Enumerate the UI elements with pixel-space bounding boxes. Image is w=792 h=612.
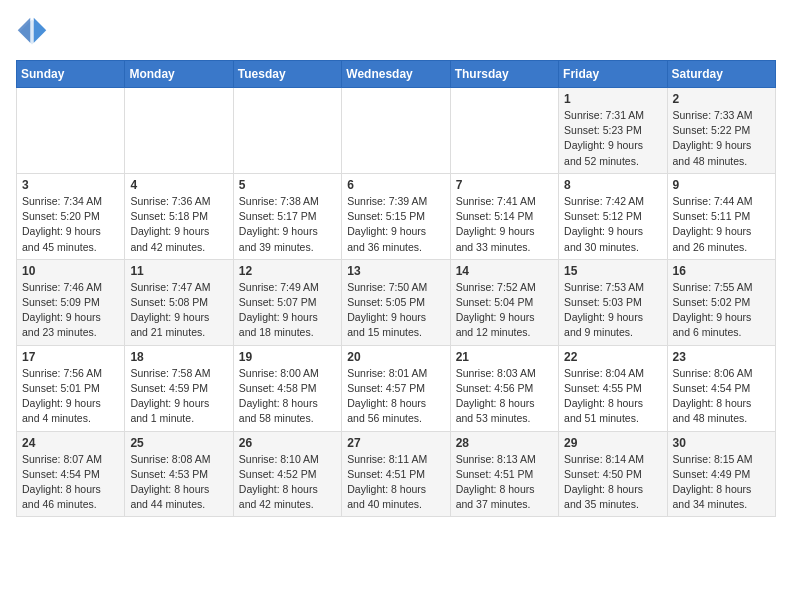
- calendar-day-cell: 27Sunrise: 8:11 AMSunset: 4:51 PMDayligh…: [342, 431, 450, 517]
- day-info: Sunrise: 7:33 AMSunset: 5:22 PMDaylight:…: [673, 108, 770, 169]
- empty-day-cell: [17, 88, 125, 174]
- day-info: Sunrise: 7:31 AMSunset: 5:23 PMDaylight:…: [564, 108, 661, 169]
- empty-day-cell: [233, 88, 341, 174]
- calendar-day-cell: 12Sunrise: 7:49 AMSunset: 5:07 PMDayligh…: [233, 259, 341, 345]
- calendar-day-cell: 30Sunrise: 8:15 AMSunset: 4:49 PMDayligh…: [667, 431, 775, 517]
- day-number: 5: [239, 178, 336, 192]
- day-info: Sunrise: 7:36 AMSunset: 5:18 PMDaylight:…: [130, 194, 227, 255]
- day-number: 24: [22, 436, 119, 450]
- day-number: 21: [456, 350, 553, 364]
- weekday-header-thursday: Thursday: [450, 61, 558, 88]
- calendar-week-row: 24Sunrise: 8:07 AMSunset: 4:54 PMDayligh…: [17, 431, 776, 517]
- calendar-day-cell: 24Sunrise: 8:07 AMSunset: 4:54 PMDayligh…: [17, 431, 125, 517]
- day-info: Sunrise: 8:08 AMSunset: 4:53 PMDaylight:…: [130, 452, 227, 513]
- weekday-header-wednesday: Wednesday: [342, 61, 450, 88]
- weekday-header-monday: Monday: [125, 61, 233, 88]
- day-number: 4: [130, 178, 227, 192]
- calendar-day-cell: 1Sunrise: 7:31 AMSunset: 5:23 PMDaylight…: [559, 88, 667, 174]
- calendar-day-cell: 26Sunrise: 8:10 AMSunset: 4:52 PMDayligh…: [233, 431, 341, 517]
- day-info: Sunrise: 8:00 AMSunset: 4:58 PMDaylight:…: [239, 366, 336, 427]
- day-number: 15: [564, 264, 661, 278]
- day-number: 20: [347, 350, 444, 364]
- weekday-header-friday: Friday: [559, 61, 667, 88]
- day-info: Sunrise: 8:14 AMSunset: 4:50 PMDaylight:…: [564, 452, 661, 513]
- day-number: 26: [239, 436, 336, 450]
- day-number: 12: [239, 264, 336, 278]
- day-info: Sunrise: 8:06 AMSunset: 4:54 PMDaylight:…: [673, 366, 770, 427]
- day-info: Sunrise: 8:07 AMSunset: 4:54 PMDaylight:…: [22, 452, 119, 513]
- calendar-day-cell: 3Sunrise: 7:34 AMSunset: 5:20 PMDaylight…: [17, 173, 125, 259]
- day-info: Sunrise: 8:15 AMSunset: 4:49 PMDaylight:…: [673, 452, 770, 513]
- calendar-day-cell: 18Sunrise: 7:58 AMSunset: 4:59 PMDayligh…: [125, 345, 233, 431]
- day-number: 6: [347, 178, 444, 192]
- calendar-table: SundayMondayTuesdayWednesdayThursdayFrid…: [16, 60, 776, 517]
- day-info: Sunrise: 7:55 AMSunset: 5:02 PMDaylight:…: [673, 280, 770, 341]
- calendar-day-cell: 21Sunrise: 8:03 AMSunset: 4:56 PMDayligh…: [450, 345, 558, 431]
- day-info: Sunrise: 7:47 AMSunset: 5:08 PMDaylight:…: [130, 280, 227, 341]
- day-info: Sunrise: 7:58 AMSunset: 4:59 PMDaylight:…: [130, 366, 227, 427]
- weekday-header-row: SundayMondayTuesdayWednesdayThursdayFrid…: [17, 61, 776, 88]
- calendar-day-cell: 2Sunrise: 7:33 AMSunset: 5:22 PMDaylight…: [667, 88, 775, 174]
- calendar-day-cell: 8Sunrise: 7:42 AMSunset: 5:12 PMDaylight…: [559, 173, 667, 259]
- day-number: 19: [239, 350, 336, 364]
- calendar-day-cell: 13Sunrise: 7:50 AMSunset: 5:05 PMDayligh…: [342, 259, 450, 345]
- calendar-week-row: 1Sunrise: 7:31 AMSunset: 5:23 PMDaylight…: [17, 88, 776, 174]
- calendar-day-cell: 25Sunrise: 8:08 AMSunset: 4:53 PMDayligh…: [125, 431, 233, 517]
- day-info: Sunrise: 7:50 AMSunset: 5:05 PMDaylight:…: [347, 280, 444, 341]
- calendar-day-cell: 9Sunrise: 7:44 AMSunset: 5:11 PMDaylight…: [667, 173, 775, 259]
- day-info: Sunrise: 7:42 AMSunset: 5:12 PMDaylight:…: [564, 194, 661, 255]
- logo-icon: [16, 16, 48, 48]
- empty-day-cell: [450, 88, 558, 174]
- empty-day-cell: [125, 88, 233, 174]
- day-number: 13: [347, 264, 444, 278]
- day-info: Sunrise: 8:01 AMSunset: 4:57 PMDaylight:…: [347, 366, 444, 427]
- day-number: 7: [456, 178, 553, 192]
- day-number: 17: [22, 350, 119, 364]
- day-number: 29: [564, 436, 661, 450]
- day-number: 2: [673, 92, 770, 106]
- day-info: Sunrise: 7:56 AMSunset: 5:01 PMDaylight:…: [22, 366, 119, 427]
- day-info: Sunrise: 7:41 AMSunset: 5:14 PMDaylight:…: [456, 194, 553, 255]
- day-number: 11: [130, 264, 227, 278]
- day-number: 18: [130, 350, 227, 364]
- calendar-day-cell: 11Sunrise: 7:47 AMSunset: 5:08 PMDayligh…: [125, 259, 233, 345]
- logo: [16, 16, 52, 48]
- svg-marker-2: [18, 18, 30, 43]
- calendar-day-cell: 15Sunrise: 7:53 AMSunset: 5:03 PMDayligh…: [559, 259, 667, 345]
- page-header: [16, 16, 776, 48]
- day-number: 25: [130, 436, 227, 450]
- day-number: 9: [673, 178, 770, 192]
- day-number: 16: [673, 264, 770, 278]
- day-info: Sunrise: 8:04 AMSunset: 4:55 PMDaylight:…: [564, 366, 661, 427]
- day-number: 28: [456, 436, 553, 450]
- day-number: 10: [22, 264, 119, 278]
- day-number: 23: [673, 350, 770, 364]
- calendar-day-cell: 14Sunrise: 7:52 AMSunset: 5:04 PMDayligh…: [450, 259, 558, 345]
- calendar-day-cell: 20Sunrise: 8:01 AMSunset: 4:57 PMDayligh…: [342, 345, 450, 431]
- day-info: Sunrise: 8:11 AMSunset: 4:51 PMDaylight:…: [347, 452, 444, 513]
- day-info: Sunrise: 7:44 AMSunset: 5:11 PMDaylight:…: [673, 194, 770, 255]
- day-info: Sunrise: 7:38 AMSunset: 5:17 PMDaylight:…: [239, 194, 336, 255]
- day-info: Sunrise: 7:39 AMSunset: 5:15 PMDaylight:…: [347, 194, 444, 255]
- calendar-day-cell: 6Sunrise: 7:39 AMSunset: 5:15 PMDaylight…: [342, 173, 450, 259]
- day-number: 8: [564, 178, 661, 192]
- calendar-day-cell: 7Sunrise: 7:41 AMSunset: 5:14 PMDaylight…: [450, 173, 558, 259]
- day-number: 30: [673, 436, 770, 450]
- calendar-day-cell: 29Sunrise: 8:14 AMSunset: 4:50 PMDayligh…: [559, 431, 667, 517]
- day-info: Sunrise: 8:10 AMSunset: 4:52 PMDaylight:…: [239, 452, 336, 513]
- calendar-day-cell: 4Sunrise: 7:36 AMSunset: 5:18 PMDaylight…: [125, 173, 233, 259]
- day-number: 3: [22, 178, 119, 192]
- empty-day-cell: [342, 88, 450, 174]
- calendar-day-cell: 19Sunrise: 8:00 AMSunset: 4:58 PMDayligh…: [233, 345, 341, 431]
- calendar-day-cell: 28Sunrise: 8:13 AMSunset: 4:51 PMDayligh…: [450, 431, 558, 517]
- day-info: Sunrise: 7:34 AMSunset: 5:20 PMDaylight:…: [22, 194, 119, 255]
- svg-marker-1: [34, 18, 46, 43]
- calendar-day-cell: 22Sunrise: 8:04 AMSunset: 4:55 PMDayligh…: [559, 345, 667, 431]
- day-info: Sunrise: 7:52 AMSunset: 5:04 PMDaylight:…: [456, 280, 553, 341]
- calendar-week-row: 17Sunrise: 7:56 AMSunset: 5:01 PMDayligh…: [17, 345, 776, 431]
- day-number: 1: [564, 92, 661, 106]
- weekday-header-tuesday: Tuesday: [233, 61, 341, 88]
- day-info: Sunrise: 8:13 AMSunset: 4:51 PMDaylight:…: [456, 452, 553, 513]
- weekday-header-sunday: Sunday: [17, 61, 125, 88]
- day-info: Sunrise: 7:46 AMSunset: 5:09 PMDaylight:…: [22, 280, 119, 341]
